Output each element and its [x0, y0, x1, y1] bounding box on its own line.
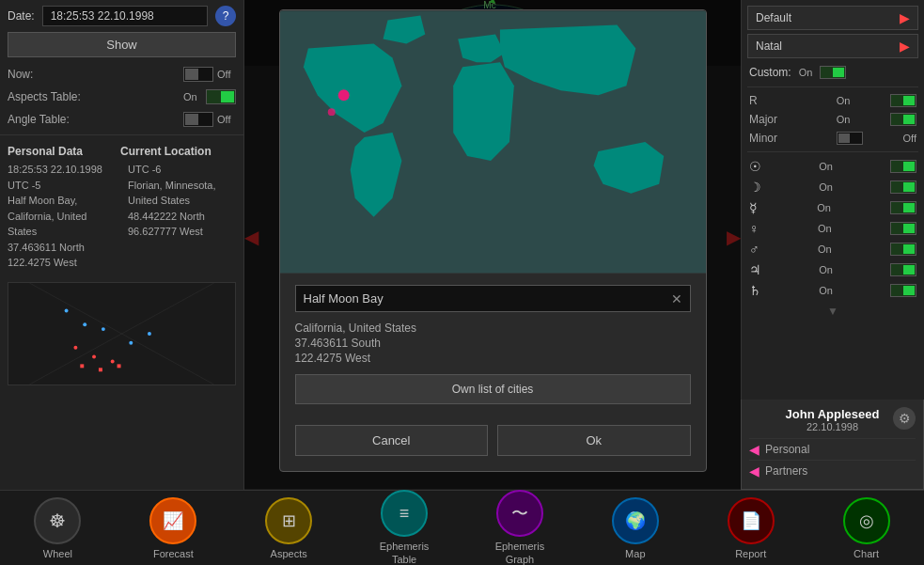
custom-row: Custom: On [747, 62, 918, 83]
default-button[interactable]: Default ▶ [747, 6, 918, 30]
saturn-toggle-row: ♄ On [747, 280, 918, 301]
world-map-svg [280, 10, 706, 274]
nav-forecast[interactable]: 📈 Forecast [135, 497, 211, 559]
location-lon: 122.4275 West [295, 352, 691, 365]
partners-arrow-icon: ◀ [749, 463, 760, 479]
angle-table-toggle[interactable]: Off [183, 112, 236, 127]
jupiter-switch[interactable] [890, 263, 916, 276]
nav-ephemeris-graph[interactable]: 〜 EphemerisGraph [482, 490, 557, 565]
map-circle[interactable]: 🌍 [612, 497, 659, 544]
ephemeris-graph-icon: 〜 [511, 502, 528, 525]
nav-map[interactable]: 🌍 Map [598, 497, 673, 559]
own-list-button[interactable]: Own list of cities [295, 374, 691, 404]
major-toggle-row: Major On [747, 110, 918, 129]
city-search-input[interactable] [296, 286, 664, 311]
svg-rect-11 [99, 368, 102, 371]
gear-button[interactable]: ⚙ [893, 407, 916, 430]
default-arrow-icon: ▶ [900, 10, 910, 25]
clear-search-button[interactable]: ✕ [664, 288, 690, 310]
section-headers: Personal Data Current Location [8, 145, 236, 158]
chart-icon: ◎ [859, 510, 874, 531]
saturn-state: On [819, 285, 833, 296]
personal-data-col: 18:25:53 22.10.1998 UTC -5 Half Moon Bay… [8, 162, 120, 271]
personal-lon: 122.4275 West [8, 255, 120, 271]
natal-label: Natal [756, 39, 782, 53]
profile-date: 22.10.1998 [749, 421, 916, 432]
sun-toggle-row: ☉ On [747, 156, 918, 177]
location-modal: ✕ California, United States 37.463611 So… [279, 9, 707, 472]
now-switch[interactable] [183, 67, 213, 82]
mars-symbol: ♂ [749, 242, 760, 257]
saturn-symbol: ♄ [749, 283, 761, 298]
moon-symbol: ☽ [749, 180, 761, 195]
r-label: R [749, 94, 796, 107]
aspects-circle[interactable]: ⊞ [265, 497, 312, 544]
personal-section: Personal Data Current Location 18:25:53 … [0, 139, 243, 276]
personal-row[interactable]: ◀ Personal [749, 438, 916, 460]
saturn-switch[interactable] [890, 284, 916, 297]
minor-switch[interactable] [837, 132, 863, 145]
mercury-switch[interactable] [890, 201, 916, 214]
angle-table-toggle-row: Angle Table: Off [0, 108, 243, 131]
natal-button[interactable]: Natal ▶ [747, 34, 918, 58]
personal-lat: 37.463611 North [8, 240, 120, 256]
aspects-table-toggle[interactable]: On [183, 89, 236, 104]
personal-date: 18:25:53 22.10.1998 [8, 162, 120, 178]
custom-label: Custom: [749, 66, 791, 79]
modal-actions: Cancel Ok [280, 425, 706, 471]
major-switch[interactable] [890, 113, 916, 126]
wheel-circle[interactable]: ☸ [34, 497, 81, 544]
ephemeris-graph-circle[interactable]: 〜 [496, 490, 543, 537]
now-toggle[interactable]: Off [183, 67, 236, 82]
now-toggle-row: Now: Off [0, 63, 243, 86]
help-button[interactable]: ? [215, 6, 236, 26]
nav-chart[interactable]: ◎ Chart [829, 497, 904, 559]
mars-switch[interactable] [890, 243, 916, 256]
r-toggle-row: R On [747, 91, 918, 110]
bottom-nav: ☸ Wheel 📈 Forecast ⊞ Aspects ≡ Ephemeris… [0, 490, 924, 565]
angle-table-switch[interactable] [183, 112, 213, 127]
svg-rect-12 [117, 364, 121, 368]
mercury-toggle-row: ☿ On [747, 197, 918, 218]
wheel-icon: ☸ [49, 510, 66, 532]
report-circle[interactable]: 📄 [728, 497, 775, 544]
sun-switch[interactable] [890, 160, 916, 173]
jupiter-toggle-row: ♃ On [747, 259, 918, 280]
aspects-table-toggle-row: Aspects Table: On [0, 86, 243, 108]
show-button[interactable]: Show [8, 32, 236, 57]
custom-switch[interactable] [820, 66, 846, 79]
venus-symbol: ♀ [749, 221, 760, 236]
nav-report[interactable]: 📄 Report [713, 497, 789, 559]
venus-switch[interactable] [890, 222, 916, 235]
moon-switch[interactable] [890, 180, 916, 194]
cancel-button[interactable]: Cancel [295, 425, 489, 456]
personal-label: Personal [765, 443, 809, 456]
date-input[interactable] [42, 6, 208, 26]
natal-arrow-icon: ▶ [900, 39, 910, 54]
mini-chart [8, 282, 236, 385]
forecast-circle[interactable]: 📈 [149, 497, 196, 544]
svg-point-8 [129, 340, 133, 344]
aspects-table-switch[interactable] [206, 89, 236, 104]
partners-row[interactable]: ◀ Partners [749, 460, 916, 481]
profile-name: John Appleseed [749, 407, 916, 421]
chart-circle[interactable]: ◎ [843, 497, 890, 544]
ephemeris-table-circle[interactable]: ≡ [381, 490, 428, 537]
personal-country: States [8, 224, 120, 240]
search-row: ✕ [295, 285, 691, 312]
nav-ephemeris-table[interactable]: ≡ EphemerisTable [367, 490, 442, 565]
venus-toggle-row: ♀ On [747, 218, 918, 239]
nav-aspects[interactable]: ⊞ Aspects [251, 497, 326, 559]
cur-city: Florian, Minnesota, [128, 178, 216, 194]
r-state: On [837, 95, 851, 106]
report-icon: 📄 [741, 510, 761, 531]
aspects-table-label: Aspects Table: [8, 90, 176, 103]
date-row: Date: ? [0, 0, 243, 32]
ok-button[interactable]: Ok [497, 425, 691, 456]
default-label: Default [756, 11, 791, 24]
nav-wheel[interactable]: ☸ Wheel [20, 497, 95, 559]
svg-point-19 [337, 89, 349, 101]
location-lat: 37.463611 South [295, 337, 691, 350]
ephemeris-graph-label: EphemerisGraph [495, 541, 545, 565]
r-switch[interactable] [890, 94, 916, 107]
